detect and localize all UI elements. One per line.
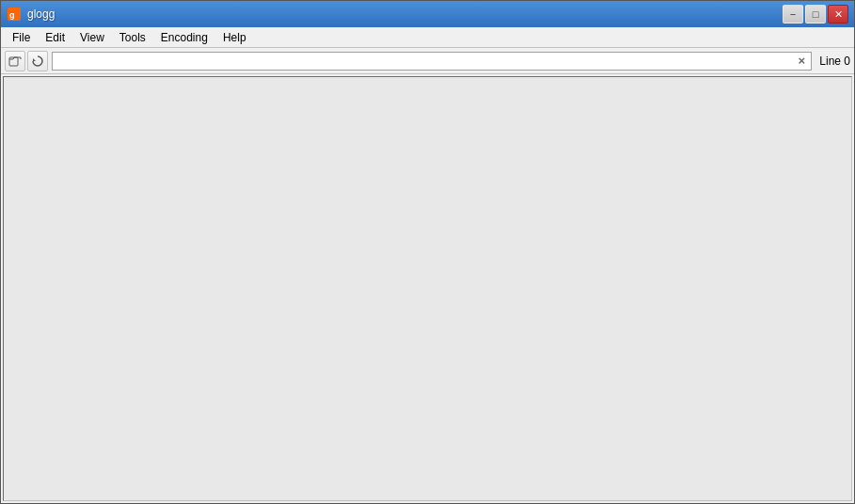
minimize-button[interactable]: − (783, 5, 803, 24)
reload-button[interactable] (27, 51, 48, 71)
search-input[interactable] (52, 52, 812, 71)
menu-tools[interactable]: Tools (112, 29, 153, 46)
line-indicator: Line 0 (819, 55, 850, 68)
maximize-button[interactable]: □ (805, 5, 826, 24)
menu-encoding[interactable]: Encoding (153, 29, 215, 46)
menu-view[interactable]: View (72, 29, 112, 46)
menu-help[interactable]: Help (215, 29, 254, 46)
search-clear-button[interactable]: × (793, 53, 810, 70)
svg-marker-3 (33, 58, 36, 61)
reload-icon (31, 55, 44, 68)
app-window: g glogg − □ ✕ File Edit View Tools Encod… (0, 0, 855, 504)
svg-text:g: g (9, 10, 15, 20)
title-bar: g glogg − □ ✕ (1, 1, 854, 27)
main-content-area[interactable] (3, 76, 852, 501)
menu-file[interactable]: File (5, 29, 38, 46)
close-button[interactable]: ✕ (828, 5, 848, 24)
window-title: glogg (27, 8, 783, 21)
search-container: × (52, 52, 812, 71)
window-controls: − □ ✕ (783, 5, 848, 24)
menubar: File Edit View Tools Encoding Help (1, 27, 854, 48)
open-file-button[interactable] (5, 51, 25, 71)
toolbar: × Line 0 (1, 48, 854, 74)
open-file-icon (8, 55, 22, 68)
app-icon: g (7, 7, 22, 22)
menu-edit[interactable]: Edit (38, 29, 72, 46)
